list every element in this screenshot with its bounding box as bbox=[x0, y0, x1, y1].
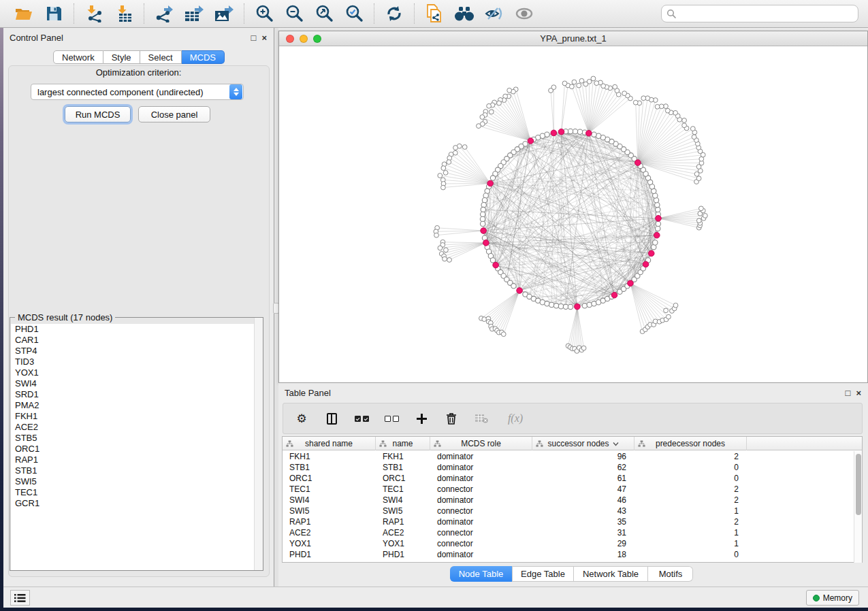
mcds-hub-node[interactable] bbox=[635, 160, 641, 166]
network-node[interactable] bbox=[482, 198, 487, 203]
column-header-successor-nodes[interactable]: successor nodes bbox=[532, 437, 634, 450]
result-node[interactable]: PMA2 bbox=[11, 400, 263, 411]
network-node[interactable] bbox=[453, 146, 458, 150]
network-node[interactable] bbox=[583, 82, 588, 86]
network-node[interactable] bbox=[703, 214, 707, 218]
network-node[interactable] bbox=[569, 84, 574, 89]
network-node[interactable] bbox=[664, 104, 669, 109]
open-session-button[interactable] bbox=[12, 3, 35, 24]
network-node[interactable] bbox=[577, 129, 582, 134]
first-neighbors-button[interactable] bbox=[453, 3, 476, 24]
mcds-hub-node[interactable] bbox=[575, 303, 581, 310]
network-node[interactable] bbox=[594, 81, 599, 86]
select-all-rows-button[interactable] bbox=[354, 411, 369, 426]
tab-network-table[interactable]: Network Table bbox=[574, 566, 648, 582]
mcds-hub-node[interactable] bbox=[648, 250, 654, 257]
network-node[interactable] bbox=[664, 308, 669, 313]
table-scrollbar[interactable] bbox=[854, 451, 862, 563]
network-node[interactable] bbox=[581, 346, 586, 350]
network-node[interactable] bbox=[447, 160, 451, 165]
network-titlebar[interactable]: YPA_prune.txt_1 bbox=[279, 31, 867, 46]
network-node[interactable] bbox=[682, 123, 687, 128]
network-node[interactable] bbox=[563, 304, 568, 309]
network-node[interactable] bbox=[480, 115, 485, 120]
import-network-button[interactable] bbox=[82, 3, 106, 24]
network-node[interactable] bbox=[441, 166, 446, 171]
network-node[interactable] bbox=[441, 185, 446, 190]
result-node[interactable]: GCR1 bbox=[11, 498, 263, 509]
network-node[interactable] bbox=[568, 129, 573, 133]
network-node[interactable] bbox=[462, 145, 467, 150]
result-node[interactable]: SWI5 bbox=[11, 476, 263, 487]
close-panel-icon[interactable]: × bbox=[261, 33, 267, 42]
network-node[interactable] bbox=[568, 304, 573, 309]
task-history-button[interactable] bbox=[10, 590, 30, 606]
deselect-all-rows-button[interactable] bbox=[384, 411, 399, 426]
network-node[interactable] bbox=[511, 284, 516, 288]
show-all-button[interactable] bbox=[513, 3, 536, 24]
result-node[interactable]: RAP1 bbox=[11, 455, 263, 465]
float-table-panel-icon[interactable]: □ bbox=[846, 389, 851, 397]
copy-network-button[interactable] bbox=[423, 3, 446, 24]
network-node[interactable] bbox=[656, 226, 660, 231]
network-node[interactable] bbox=[480, 221, 485, 226]
mcds-hub-node[interactable] bbox=[656, 216, 662, 222]
refresh-view-button[interactable] bbox=[383, 3, 406, 24]
tab-network[interactable]: Network bbox=[53, 50, 103, 64]
network-node[interactable] bbox=[545, 301, 549, 306]
network-node[interactable] bbox=[490, 176, 495, 180]
mcds-hub-node[interactable] bbox=[528, 138, 534, 144]
network-node[interactable] bbox=[443, 257, 447, 261]
fit-content-button[interactable] bbox=[312, 3, 336, 24]
table-row[interactable]: ORC1ORC1dominator610 bbox=[283, 473, 854, 484]
network-graph[interactable] bbox=[279, 46, 867, 382]
result-node[interactable]: ORC1 bbox=[11, 444, 263, 455]
network-node[interactable] bbox=[553, 303, 558, 308]
mcds-hub-node[interactable] bbox=[586, 131, 592, 137]
network-node[interactable] bbox=[582, 303, 587, 308]
network-node[interactable] bbox=[558, 304, 563, 309]
save-session-button[interactable] bbox=[42, 3, 65, 24]
close-panel-button[interactable]: Close panel bbox=[138, 106, 210, 122]
close-window-button[interactable] bbox=[286, 35, 294, 43]
network-node[interactable] bbox=[444, 248, 449, 252]
network-node[interactable] bbox=[692, 135, 696, 139]
network-node[interactable] bbox=[497, 101, 502, 105]
mcds-hub-node[interactable] bbox=[558, 129, 564, 135]
network-node[interactable] bbox=[592, 132, 596, 137]
network-node[interactable] bbox=[549, 88, 553, 93]
result-node[interactable]: STP4 bbox=[11, 346, 263, 357]
network-node[interactable] bbox=[480, 216, 485, 221]
network-node[interactable] bbox=[483, 193, 488, 198]
mcds-hub-node[interactable] bbox=[487, 180, 494, 186]
table-row[interactable]: SWI4SWI4dominator462 bbox=[283, 495, 854, 506]
network-node[interactable] bbox=[579, 78, 584, 83]
table-scrollbar-thumb[interactable] bbox=[856, 454, 861, 515]
float-panel-icon[interactable]: □ bbox=[251, 33, 257, 42]
network-node[interactable] bbox=[438, 246, 443, 250]
network-node[interactable] bbox=[562, 81, 567, 86]
fit-selected-button[interactable] bbox=[342, 3, 366, 24]
network-node[interactable] bbox=[682, 118, 687, 123]
result-node[interactable]: CAR1 bbox=[11, 335, 263, 346]
function-builder-button[interactable]: f(x) bbox=[504, 411, 527, 426]
create-column-button[interactable] bbox=[414, 411, 429, 426]
network-node[interactable] bbox=[549, 302, 554, 307]
delete-table-button[interactable] bbox=[474, 411, 489, 426]
tab-motifs[interactable]: Motifs bbox=[648, 566, 693, 582]
result-list-scrollbar[interactable] bbox=[254, 318, 263, 570]
result-node[interactable]: STB1 bbox=[11, 465, 263, 476]
network-node[interactable] bbox=[572, 80, 577, 84]
network-node[interactable] bbox=[613, 84, 617, 89]
tab-edge-table[interactable]: Edge Table bbox=[513, 566, 574, 582]
network-node[interactable] bbox=[656, 221, 660, 226]
show-hide-columns-button[interactable] bbox=[324, 411, 339, 426]
network-node[interactable] bbox=[696, 218, 701, 223]
mcds-hub-node[interactable] bbox=[481, 228, 487, 234]
table-row[interactable]: PHD1PHD1dominator180 bbox=[283, 549, 854, 560]
minimize-window-button[interactable] bbox=[300, 35, 308, 43]
result-node[interactable]: TID3 bbox=[11, 357, 263, 367]
mcds-hub-node[interactable] bbox=[654, 232, 660, 238]
network-node[interactable] bbox=[447, 258, 452, 263]
network-node[interactable] bbox=[489, 110, 494, 114]
